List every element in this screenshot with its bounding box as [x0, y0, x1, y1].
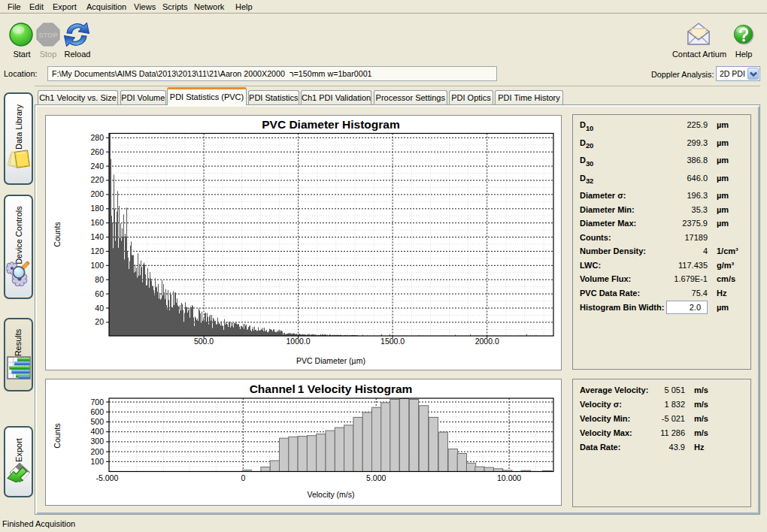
svg-text:0: 0 [241, 473, 245, 482]
svg-text:100: 100 [90, 261, 104, 270]
svg-text:180: 180 [90, 204, 104, 213]
svg-text:PVC Diameter (µm): PVC Diameter (µm) [296, 356, 365, 365]
svg-text:20: 20 [95, 317, 104, 326]
svg-text:5.000: 5.000 [366, 473, 386, 482]
svg-text:200: 200 [90, 189, 104, 198]
svg-text:Velocity (m/s): Velocity (m/s) [307, 490, 354, 499]
svg-text:PVC Diameter Histogram: PVC Diameter Histogram [262, 118, 399, 131]
svg-text:STOP: STOP [38, 31, 58, 39]
svg-text:80: 80 [95, 275, 104, 284]
svg-text:500: 500 [90, 417, 104, 426]
svg-text:Counts: Counts [53, 222, 62, 246]
svg-text:200: 200 [90, 447, 104, 456]
svg-text:220: 220 [90, 175, 104, 184]
svg-text:140: 140 [90, 232, 104, 241]
svg-text:700: 700 [90, 397, 104, 407]
svg-text:280: 280 [90, 133, 104, 142]
svg-text:120: 120 [90, 246, 104, 255]
svg-text:-5.000: -5.000 [96, 473, 119, 482]
svg-text:600: 600 [90, 407, 104, 416]
svg-text:Channel 1 Velocity Histogram: Channel 1 Velocity Histogram [250, 382, 413, 395]
svg-text:260: 260 [90, 147, 104, 156]
svg-text:400: 400 [90, 427, 104, 436]
svg-text:Counts: Counts [53, 423, 62, 448]
svg-text:60: 60 [95, 289, 104, 298]
svg-text:300: 300 [90, 437, 104, 446]
svg-text:100: 100 [90, 457, 104, 466]
svg-text:160: 160 [90, 218, 104, 227]
svg-text:40: 40 [95, 304, 104, 313]
svg-text:240: 240 [90, 162, 104, 171]
svg-text:10.000: 10.000 [497, 473, 521, 482]
